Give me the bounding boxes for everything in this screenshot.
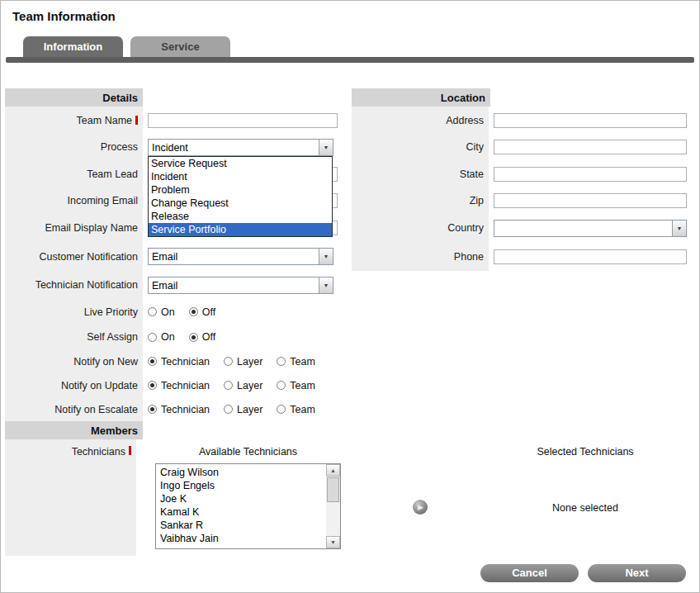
move-right-button[interactable]: ▶	[413, 500, 428, 515]
title-bar: Team Information	[1, 1, 699, 32]
dropdown-option-highlighted[interactable]: Service Portfolio	[149, 223, 332, 236]
radio-label-technician: Technician	[161, 356, 210, 368]
notify-update-team-radio[interactable]	[277, 381, 286, 390]
members-header: Members	[5, 421, 143, 439]
radio-label-layer: Layer	[237, 404, 262, 415]
chevron-down-icon[interactable]: ▼	[319, 249, 333, 264]
details-header: Details	[5, 88, 143, 107]
team-lead-label: Team Lead	[5, 160, 143, 187]
scrollbar-thumb[interactable]	[327, 477, 339, 502]
notify-new-team-radio[interactable]	[277, 357, 286, 366]
customer-notification-label: Customer Notification	[5, 242, 143, 271]
process-selected-value: Incident	[149, 140, 319, 155]
technicians-label: Technicians	[72, 446, 125, 458]
notify-escalate-layer-radio[interactable]	[224, 405, 233, 414]
radio-label-team: Team	[290, 356, 315, 368]
notify-escalate-technician-radio[interactable]	[148, 405, 157, 414]
scrollbar-track[interactable]	[326, 477, 340, 536]
list-item[interactable]: Kamal K	[160, 505, 326, 519]
zip-input[interactable]	[494, 193, 687, 208]
radio-label-layer: Layer	[237, 356, 262, 368]
radio-label-on: On	[161, 306, 175, 318]
technician-notification-label: Technician Notification	[5, 271, 143, 299]
team-name-label: Team Name	[77, 115, 132, 126]
city-label: City	[352, 134, 489, 160]
email-display-name-label: Email Display Name	[5, 214, 143, 242]
list-item[interactable]: Sankar R	[160, 519, 326, 532]
radio-label-off: Off	[202, 306, 215, 318]
chevron-down-icon[interactable]: ▼	[319, 140, 333, 155]
notify-update-layer-radio[interactable]	[224, 381, 233, 390]
technician-notification-select[interactable]: Email ▼	[148, 277, 333, 294]
self-assign-on-radio[interactable]	[148, 333, 157, 342]
notify-on-escalate-label: Notify on Escalate	[5, 397, 143, 421]
country-selected-value	[494, 221, 672, 236]
scroll-down-icon[interactable]: ▼	[326, 536, 340, 548]
location-panel: Location Address City State Zip Country …	[352, 88, 687, 271]
state-input[interactable]	[494, 167, 687, 182]
list-item[interactable]: Craig Wilson	[160, 466, 326, 479]
arrow-right-icon: ▶	[418, 504, 423, 511]
available-technicians-listbox[interactable]: Craig Wilson Ingo Engels Joe K Kamal K S…	[155, 463, 341, 549]
self-assign-label: Self Assign	[5, 325, 143, 349]
notify-on-update-label: Notify on Update	[5, 373, 143, 397]
notify-new-technician-radio[interactable]	[148, 357, 157, 366]
incoming-email-label: Incoming Email	[5, 187, 143, 214]
selected-technicians-title: Selected Technicians	[496, 446, 674, 458]
dropdown-option[interactable]: Change Request	[149, 197, 332, 210]
address-label: Address	[352, 107, 489, 134]
customer-notification-select[interactable]: Email ▼	[148, 248, 333, 265]
dropdown-option[interactable]: Problem	[149, 183, 332, 197]
tab-strip: Information Service	[23, 36, 230, 57]
required-icon	[129, 446, 131, 455]
self-assign-off-radio[interactable]	[189, 333, 198, 342]
live-priority-off-radio[interactable]	[189, 307, 198, 316]
list-item[interactable]: Joe K	[160, 492, 326, 505]
listbox-scrollbar[interactable]: ▲ ▼	[326, 464, 340, 548]
chevron-down-icon[interactable]: ▼	[319, 278, 333, 293]
list-item[interactable]: Ingo Engels	[160, 479, 326, 492]
radio-label-technician: Technician	[161, 380, 210, 391]
team-information-page: Team Information Information Service Det…	[0, 0, 700, 593]
phone-label: Phone	[352, 242, 489, 271]
process-select[interactable]: Incident ▼	[148, 139, 333, 156]
scroll-up-icon[interactable]: ▲	[326, 464, 340, 477]
notify-new-layer-radio[interactable]	[224, 357, 233, 366]
radio-label-on: On	[161, 331, 175, 343]
dropdown-option[interactable]: Release	[149, 210, 332, 223]
dropdown-option[interactable]: Service Request	[149, 157, 332, 170]
process-label: Process	[5, 134, 143, 160]
country-label: Country	[352, 214, 489, 242]
chevron-down-icon[interactable]: ▼	[672, 221, 686, 236]
live-priority-on-radio[interactable]	[148, 307, 157, 316]
tab-service[interactable]: Service	[130, 36, 230, 57]
dropdown-option[interactable]: Incident	[149, 170, 332, 183]
list-item[interactable]: Vaibhav Jain	[160, 532, 326, 545]
page-title: Team Information	[12, 9, 699, 23]
radio-label-technician: Technician	[161, 404, 210, 415]
cancel-button[interactable]: Cancel	[480, 564, 579, 582]
address-input[interactable]	[494, 113, 687, 128]
zip-label: Zip	[352, 187, 489, 214]
live-priority-label: Live Priority	[5, 299, 143, 325]
notify-update-technician-radio[interactable]	[148, 381, 157, 390]
location-header: Location	[352, 88, 490, 107]
technician-list: Craig Wilson Ingo Engels Joe K Kamal K S…	[156, 464, 326, 548]
notify-on-new-label: Notify on New	[5, 349, 143, 373]
radio-label-team: Team	[290, 404, 315, 415]
available-technicians-title: Available Technicians	[155, 446, 341, 458]
tab-information[interactable]: Information	[23, 36, 123, 57]
team-name-input[interactable]	[148, 113, 338, 128]
city-input[interactable]	[494, 140, 687, 154]
state-label: State	[352, 160, 489, 187]
next-button[interactable]: Next	[588, 564, 686, 582]
country-select[interactable]: ▼	[494, 220, 687, 237]
required-icon	[135, 116, 138, 125]
notify-escalate-team-radio[interactable]	[277, 405, 286, 414]
tab-bar-divider	[6, 57, 694, 63]
process-dropdown-list: Service Request Incident Problem Change …	[148, 156, 333, 237]
phone-input[interactable]	[494, 249, 687, 264]
selected-technicians-empty: None selected	[496, 502, 674, 514]
radio-label-off: Off	[202, 331, 215, 343]
radio-label-team: Team	[290, 380, 315, 391]
